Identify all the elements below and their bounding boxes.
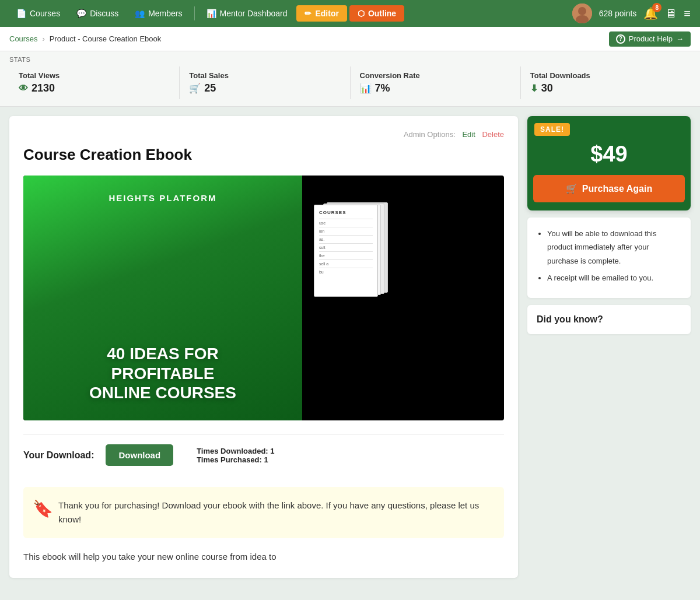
bar-chart-icon: 📊 (360, 83, 372, 94)
stats-bar: Stats Total Views 👁 2130 Total Sales 🛒 2… (0, 51, 700, 107)
bookmark-icon: 🔖 (33, 496, 53, 522)
svg-point-1 (578, 7, 586, 15)
notification-bell[interactable]: 🔔 8 (643, 6, 658, 20)
stat-total-downloads-value: ⬇ 30 (530, 82, 681, 94)
sidebar-right: SALE! $49 🛒 Purchase Again You will be a… (527, 116, 691, 334)
download-stats: Times Downloaded: 1 Times Purchased: 1 (197, 447, 274, 464)
editor-label: Editor (315, 9, 338, 18)
price-card: SALE! $49 🛒 Purchase Again (527, 116, 691, 210)
stat-total-downloads: Total Downloads ⬇ 30 (521, 66, 691, 99)
times-purchased: Times Purchased: 1 (197, 455, 274, 464)
stat-total-sales-value: 🛒 25 (189, 82, 340, 94)
bullet-list: You will be able to download this produc… (537, 227, 681, 285)
delete-link[interactable]: Delete (482, 130, 504, 139)
navbar-right: 628 points 🔔 8 🖥 ≡ (572, 3, 691, 23)
thank-you-text: Thank you for purchasing! Download your … (58, 500, 479, 524)
did-you-know-title: Did you know? (537, 314, 681, 325)
nav-courses-label: Courses (30, 9, 60, 18)
menu-icon: ≡ (684, 7, 691, 20)
download-button[interactable]: Download (106, 444, 173, 466)
mentor-icon: 📊 (206, 9, 216, 18)
stats-section-label: Stats (9, 56, 691, 63)
sale-badge: SALE! (534, 123, 570, 136)
members-icon: 👥 (135, 9, 145, 18)
stat-total-views-value: 👁 2130 (19, 82, 170, 94)
nav-members[interactable]: 👥 Members (128, 5, 189, 22)
inbox-icon[interactable]: 🖥 (665, 7, 677, 20)
editor-button[interactable]: ✏ Editor (296, 5, 346, 22)
product-help-label: Product Help (629, 34, 673, 43)
stat-total-sales: Total Sales 🛒 25 (180, 66, 350, 99)
stat-total-sales-title: Total Sales (189, 71, 340, 80)
product-card: Admin Options: Edit Delete Course Creati… (9, 116, 518, 578)
notification-badge: 8 (652, 3, 662, 12)
admin-options-label: Admin Options: (404, 130, 456, 139)
bullet-item-1: You will be able to download this produc… (547, 227, 681, 268)
product-title: Course Creation Ebook (23, 146, 504, 164)
times-downloaded: Times Downloaded: 1 (197, 447, 274, 455)
nav-divider (194, 6, 195, 20)
nav-mentor-label: Mentor Dashboard (220, 9, 288, 18)
ebook-image: HEIGHTS PLATFORM 40 IDEAS FOR PROFITABLE… (23, 176, 504, 420)
admin-options: Admin Options: Edit Delete (23, 130, 504, 139)
stat-conversion-rate: Conversion Rate 📊 7% (351, 66, 521, 99)
navbar-left: 📄 Courses 💬 Discuss 👥 Members 📊 Mentor D… (9, 5, 572, 22)
breadcrumb: Courses › Product - Course Creation Eboo… (9, 34, 161, 43)
breadcrumb-separator: › (42, 34, 44, 43)
arrow-right-icon: → (676, 34, 684, 43)
courses-icon: 📄 (16, 9, 26, 18)
price-amount: $49 (527, 136, 691, 175)
purchase-btn-label: Purchase Again (582, 184, 652, 194)
purchase-again-button[interactable]: 🛒 Purchase Again (533, 175, 685, 202)
edit-link[interactable]: Edit (462, 130, 475, 139)
nav-discuss[interactable]: 💬 Discuss (69, 5, 125, 22)
download-section: Your Download: Download Times Downloaded… (23, 434, 504, 475)
ebook-main: HEIGHTS PLATFORM 40 IDEAS FOR PROFITABLE… (23, 176, 302, 420)
stat-total-views-title: Total Views (19, 71, 170, 80)
stat-total-downloads-title: Total Downloads (530, 71, 681, 80)
eye-icon: 👁 (19, 83, 28, 94)
nav-members-label: Members (148, 9, 182, 18)
product-help-button[interactable]: ? Product Help → (609, 31, 691, 47)
stat-total-views: Total Views 👁 2130 (9, 66, 180, 99)
cart-icon: 🛒 (189, 83, 201, 94)
hamburger-menu[interactable]: ≡ (684, 7, 691, 20)
outline-icon: ⬡ (358, 9, 365, 18)
thank-you-box: 🔖 Thank you for purchasing! Download you… (23, 487, 504, 538)
stats-row: Total Views 👁 2130 Total Sales 🛒 25 Conv… (9, 66, 691, 99)
ebook-pages-area: COURSES use ion as. sult the sell a (302, 176, 504, 420)
pencil-icon: ✏ (304, 9, 312, 18)
outline-label: Outline (368, 9, 396, 18)
cover-line (319, 219, 373, 219)
did-you-know: Did you know? (527, 305, 691, 334)
stat-conversion-rate-title: Conversion Rate (360, 71, 511, 80)
nav-courses[interactable]: 📄 Courses (9, 5, 67, 22)
breadcrumb-current: Product - Course Creation Ebook (50, 34, 161, 43)
ebook-brand: HEIGHTS PLATFORM (108, 193, 216, 203)
download-stat-icon: ⬇ (530, 83, 538, 94)
nav-mentor-dashboard[interactable]: 📊 Mentor Dashboard (200, 5, 295, 22)
avatar[interactable] (572, 3, 592, 23)
main-content: Admin Options: Edit Delete Course Creati… (0, 107, 700, 587)
discuss-icon: 💬 (76, 9, 86, 18)
product-description: This ebook will help you take your new o… (23, 550, 504, 564)
cart-small-icon: 🛒 (566, 183, 578, 194)
navbar: 📄 Courses 💬 Discuss 👥 Members 📊 Mentor D… (0, 0, 700, 27)
ebook-page-cover: COURSES use ion as. sult the sell a (314, 205, 378, 297)
bullet-item-2: A receipt will be emailed to you. (547, 271, 681, 285)
breadcrumb-parent-link[interactable]: Courses (9, 34, 37, 43)
ebook-tagline: 40 IDEAS FOR PROFITABLE ONLINE COURSES (89, 344, 236, 403)
ebook-stack: COURSES use ion as. sult the sell a (314, 205, 378, 297)
bullet-points: You will be able to download this produc… (527, 217, 691, 298)
stat-conversion-rate-value: 📊 7% (360, 82, 511, 94)
nav-discuss-label: Discuss (90, 9, 118, 18)
breadcrumb-bar: Courses › Product - Course Creation Eboo… (0, 27, 700, 51)
question-icon: ? (616, 34, 625, 44)
your-download-label: Your Download: (23, 450, 94, 461)
points-label: 628 points (599, 9, 637, 18)
outline-button[interactable]: ⬡ Outline (349, 5, 404, 22)
ebook-cover-label: COURSES (319, 210, 373, 215)
